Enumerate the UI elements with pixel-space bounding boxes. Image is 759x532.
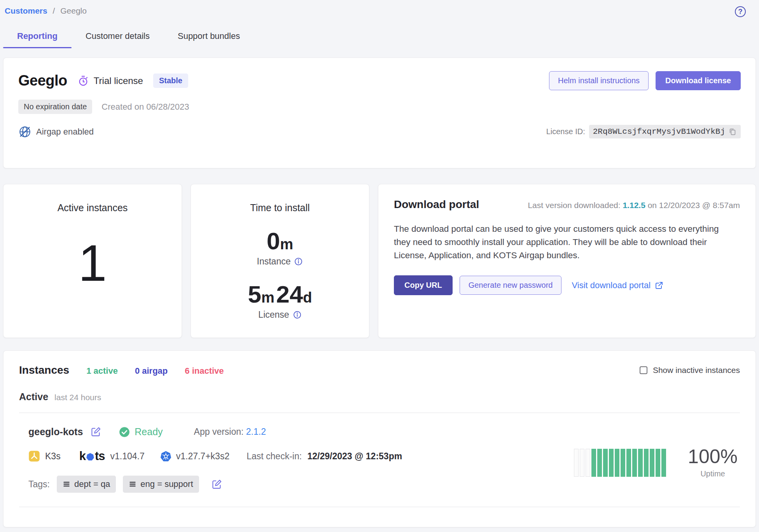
- kubernetes-version-group: v1.27.7+k3s2: [160, 451, 229, 462]
- uptime-bar-chart: [574, 449, 666, 477]
- active-instances-title: Active instances: [3, 202, 182, 214]
- divider: [19, 507, 740, 507]
- license-id-row: License ID: 2Rq8WLcsjfxqrMysjvB1WodYkBj: [546, 125, 741, 138]
- license-id-label: License ID:: [546, 127, 585, 136]
- info-icon[interactable]: [294, 257, 303, 266]
- edit-name-icon[interactable]: [91, 427, 101, 437]
- uptime-bar-filled: [661, 449, 666, 477]
- last-version-value[interactable]: 1.12.5: [623, 201, 645, 210]
- active-section-label: Active: [19, 391, 48, 402]
- time-to-install-title: Time to install: [191, 202, 369, 214]
- uptime-bar-filled: [638, 449, 643, 477]
- license-time-value-1: 5: [248, 281, 261, 308]
- kubernetes-version: v1.27.7+k3s2: [176, 451, 229, 462]
- license-id-chip: 2Rq8WLcsjfxqrMysjvB1WodYkBj: [589, 125, 741, 138]
- download-portal-title: Download portal: [394, 198, 479, 211]
- k3s-icon: [28, 450, 40, 462]
- uptime-label: Uptime: [688, 469, 738, 478]
- instance-status: Ready: [119, 426, 163, 438]
- uptime-bar-filled: [609, 449, 614, 477]
- tag-chip: dept = qa: [57, 476, 116, 493]
- uptime-bar-filled: [603, 449, 608, 477]
- show-inactive-checkbox[interactable]: [640, 366, 647, 374]
- app-version: App version: 2.1.2: [194, 427, 266, 437]
- kots-logo-ts: ts: [95, 449, 105, 463]
- instances-card: Instances 1 active 0 airgap 6 inactive S…: [3, 350, 756, 527]
- license-type: Trial license: [77, 75, 143, 87]
- airgap-label: Airgap enabled: [36, 127, 94, 137]
- instance-status-label: Ready: [135, 426, 163, 438]
- active-instances-count: 1: [3, 238, 182, 289]
- instance-time-label: Instance: [257, 256, 291, 267]
- channel-badge: Stable: [153, 74, 188, 88]
- tag-value: dept = qa: [74, 479, 110, 489]
- expiration-badge: No expiration date: [18, 100, 92, 114]
- tab-support-bundles[interactable]: Support bundles: [164, 27, 254, 48]
- kots-logo-k: k: [79, 449, 86, 463]
- edit-tags-icon[interactable]: [212, 479, 222, 490]
- uptime-stat: 100% Uptime: [688, 447, 738, 478]
- breadcrumb-separator: /: [53, 6, 55, 15]
- copy-url-button[interactable]: Copy URL: [394, 275, 453, 295]
- app-version-label: App version:: [194, 427, 244, 437]
- download-license-button[interactable]: Download license: [656, 71, 741, 90]
- generate-new-password-button[interactable]: Generate new password: [460, 276, 562, 295]
- instance-row: geeglo-kots: [19, 413, 740, 493]
- license-time-unit-1: m: [261, 289, 275, 306]
- breadcrumb: Customers / Geeglo: [5, 6, 87, 16]
- inactive-count-link[interactable]: 6 inactive: [185, 366, 224, 376]
- instance-install-time: 0m Instance: [191, 229, 369, 267]
- show-inactive-label: Show inactive instances: [653, 366, 740, 375]
- breadcrumb-current: Geeglo: [60, 6, 87, 15]
- active-count-link[interactable]: 1 active: [86, 366, 118, 376]
- tag-chip: eng = support: [123, 476, 199, 493]
- airgap-count-link[interactable]: 0 airgap: [135, 366, 168, 376]
- tab-bar: Reporting Customer details Support bundl…: [3, 27, 756, 48]
- last-checkin-label: Last check-in:: [247, 451, 302, 461]
- created-date: Created on 06/28/2023: [101, 102, 189, 112]
- kubernetes-icon: [160, 451, 171, 462]
- help-icon[interactable]: ?: [735, 6, 746, 17]
- customer-name: Geeglo: [18, 72, 67, 89]
- stats-row: Active instances 1 Time to install 0m In…: [3, 184, 756, 338]
- tab-customer-details[interactable]: Customer details: [72, 27, 164, 48]
- license-time-value-2: 24: [276, 281, 303, 308]
- airgap-status: Airgap enabled: [18, 125, 94, 138]
- helm-install-instructions-button[interactable]: Helm install instructions: [549, 71, 649, 90]
- copy-icon[interactable]: [728, 128, 737, 136]
- uptime-bar-empty: [586, 449, 590, 477]
- tag-value: eng = support: [140, 479, 193, 489]
- active-section-sublabel: last 24 hours: [54, 393, 101, 402]
- uptime-bar-filled: [632, 449, 637, 477]
- kots-logo-o-icon: [86, 453, 94, 461]
- app-version-link[interactable]: 2.1.2: [246, 427, 266, 437]
- uptime-bar-filled: [597, 449, 602, 477]
- distribution-label: K3s: [45, 451, 61, 462]
- last-version-label: Last version downloaded:: [528, 201, 620, 210]
- kots-logo: k ts: [79, 449, 105, 463]
- uptime-bar-empty: [580, 449, 584, 477]
- license-summary-card: Geeglo Trial license Stable Helm i: [3, 58, 756, 168]
- time-to-install-card: Time to install 0m Instance: [191, 184, 369, 338]
- external-link-icon: [654, 281, 664, 290]
- license-time-label: License: [258, 310, 289, 320]
- show-inactive-toggle[interactable]: Show inactive instances: [640, 366, 740, 375]
- tab-reporting[interactable]: Reporting: [3, 27, 72, 48]
- download-portal-description: The download portal can be used to give …: [394, 222, 736, 262]
- license-type-label: Trial license: [94, 75, 143, 86]
- uptime-bar-filled: [615, 449, 619, 477]
- kots-version: v1.104.7: [110, 451, 144, 462]
- uptime-value: 100%: [688, 447, 738, 466]
- tags-label: Tags:: [28, 479, 50, 490]
- breadcrumb-customers-link[interactable]: Customers: [5, 6, 47, 15]
- last-version-date: on 12/20/2023 @ 8:57am: [648, 201, 740, 210]
- kots-version-group: k ts v1.104.7: [79, 449, 145, 463]
- visit-download-portal-link[interactable]: Visit download portal: [572, 280, 664, 290]
- ready-check-icon: [119, 427, 130, 438]
- download-portal-card: Download portal Last version downloaded:…: [378, 184, 756, 338]
- uptime-bar-filled: [656, 449, 660, 477]
- info-icon[interactable]: [293, 310, 302, 319]
- instances-title: Instances: [19, 364, 69, 376]
- distribution: K3s: [28, 450, 61, 462]
- top-bar: Customers / Geeglo ?: [3, 4, 756, 17]
